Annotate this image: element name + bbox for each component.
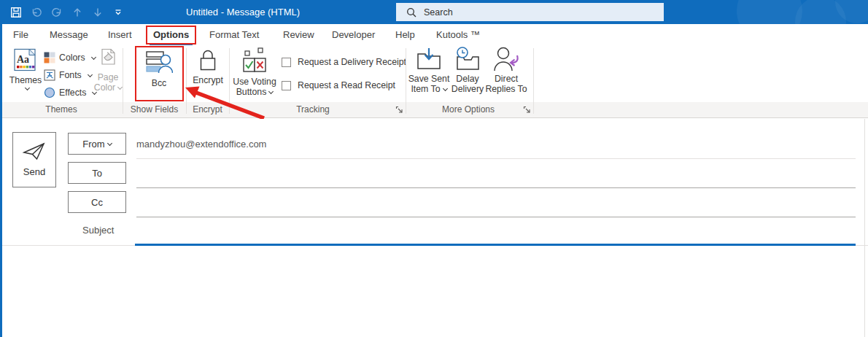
tab-developer[interactable]: Developer (332, 24, 375, 45)
subject-field-underline-focused (135, 244, 856, 246)
bcc-label: Bcc (152, 79, 167, 89)
tab-options[interactable]: Options (153, 24, 189, 45)
tab-file[interactable]: File (13, 24, 28, 45)
titlebar-decoration (737, 0, 802, 24)
title-bar: Untitled - Message (HTML) Search (0, 0, 868, 24)
theme-colors-button[interactable]: Colors (44, 51, 96, 64)
page-color-icon (98, 48, 118, 70)
theme-colors-label: Colors (59, 53, 85, 63)
cc-button[interactable]: Cc (68, 191, 126, 213)
page-color-label-line1: Page (98, 73, 119, 83)
window-title: Untitled - Message (HTML) (186, 0, 300, 24)
to-field-underline (136, 187, 856, 188)
from-button[interactable]: From (68, 133, 126, 155)
search-input[interactable]: Search (396, 3, 664, 21)
theme-fonts-icon (44, 69, 55, 81)
direct-replies-to-button[interactable]: Direct Replies To (484, 47, 528, 94)
chevron-down-icon (268, 88, 274, 93)
direct-replies-label-line2: Replies To (485, 85, 527, 95)
tab-insert[interactable]: Insert (108, 24, 132, 45)
themes-icon: Aa (14, 48, 37, 73)
to-button[interactable]: To (68, 162, 126, 184)
voting-buttons-icon (242, 47, 267, 74)
svg-text:Aa: Aa (17, 54, 29, 65)
redo-icon[interactable] (51, 7, 63, 18)
lock-icon (198, 48, 218, 73)
save-sent-item-icon (416, 47, 441, 71)
chevron-down-icon (443, 85, 448, 90)
save-sent-label-line1: Save Sent (408, 74, 450, 85)
tracking-group-label: Tracking (229, 104, 397, 115)
tracking-dialog-launcher-icon[interactable] (395, 106, 403, 114)
cc-field[interactable] (136, 195, 856, 215)
message-compose-area: Send From To Cc mandyzhou@extendoffice.c… (0, 119, 868, 337)
tab-kutools[interactable]: Kutools ™ (436, 24, 480, 45)
window-left-accent-border (0, 24, 2, 337)
theme-effects-icon (44, 87, 55, 98)
themes-button[interactable]: Aa Themes (7, 48, 44, 91)
more-options-group-label: More Options (406, 104, 531, 115)
bcc-icon (145, 48, 173, 76)
theme-effects-button[interactable]: Effects (44, 86, 96, 99)
from-label: From (82, 139, 104, 150)
move-down-icon[interactable] (92, 7, 104, 18)
voting-label-line1: Use Voting (233, 77, 276, 88)
themes-group-label: Themes (0, 104, 123, 115)
send-icon (22, 142, 47, 161)
ribbon: Aa Themes Col (0, 45, 868, 118)
to-label: To (92, 168, 102, 179)
customize-qat-icon[interactable] (112, 7, 124, 18)
delay-delivery-icon (454, 47, 481, 71)
encrypt-group-label: Encrypt (186, 104, 229, 115)
subject-field[interactable] (136, 222, 856, 243)
theme-colors-icon (44, 52, 55, 63)
cc-label: Cc (91, 197, 103, 208)
tab-help[interactable]: Help (395, 24, 415, 45)
tab-format-text[interactable]: Format Text (209, 24, 259, 45)
read-receipt-label: Request a Read Receipt (298, 80, 395, 90)
move-up-icon[interactable] (71, 7, 83, 18)
checkbox-unchecked[interactable] (282, 81, 291, 90)
quick-access-toolbar (10, 0, 124, 24)
chevron-down-icon (24, 85, 29, 90)
bcc-button[interactable]: Bcc (137, 48, 181, 89)
show-fields-group-label: Show Fields (123, 104, 186, 115)
to-field[interactable] (136, 166, 856, 186)
send-label: Send (23, 166, 45, 177)
encrypt-label: Encrypt (193, 76, 223, 86)
delay-label-line1: Delay (456, 74, 478, 85)
tab-message[interactable]: Message (50, 24, 88, 45)
request-read-receipt-checkbox[interactable]: Request a Read Receipt (282, 80, 395, 90)
from-field-underline (136, 158, 856, 159)
save-icon[interactable] (10, 7, 22, 18)
outlook-message-window: Untitled - Message (HTML) Search File Me… (0, 0, 868, 337)
use-voting-buttons-button[interactable]: Use Voting Buttons (230, 47, 279, 97)
delay-delivery-button[interactable]: Delay Delivery (450, 47, 485, 94)
page-color-button[interactable]: Page Color (93, 48, 123, 93)
checkbox-unchecked[interactable] (282, 58, 291, 67)
delivery-receipt-label: Request a Delivery Receipt (298, 57, 406, 67)
tab-review[interactable]: Review (283, 24, 314, 45)
subject-label: Subject (82, 225, 114, 236)
direct-replies-icon (493, 47, 519, 71)
chevron-down-icon (88, 71, 93, 77)
theme-fonts-label: Fonts (59, 70, 82, 80)
window-right-border (864, 119, 865, 337)
save-sent-label-line2: Item To (411, 84, 440, 94)
theme-fonts-button[interactable]: Fonts (44, 69, 92, 82)
search-placeholder: Search (424, 7, 453, 18)
themes-label: Themes (9, 76, 42, 86)
cc-field-underline (136, 217, 856, 217)
more-options-dialog-launcher-icon[interactable] (523, 106, 531, 114)
message-body-editor[interactable] (2, 247, 864, 337)
save-sent-item-to-button[interactable]: Save Sent Item To (407, 47, 451, 94)
chevron-down-icon (107, 140, 112, 145)
search-icon (406, 7, 416, 18)
undo-icon[interactable] (31, 7, 42, 18)
from-address-value: mandyzhou@extendoffice.com (136, 139, 266, 150)
voting-label-line2: Buttons (236, 87, 267, 97)
encrypt-button[interactable]: Encrypt (186, 48, 230, 86)
group-separator (533, 48, 534, 114)
request-delivery-receipt-checkbox[interactable]: Request a Delivery Receipt (282, 57, 406, 67)
send-button[interactable]: Send (12, 132, 56, 187)
